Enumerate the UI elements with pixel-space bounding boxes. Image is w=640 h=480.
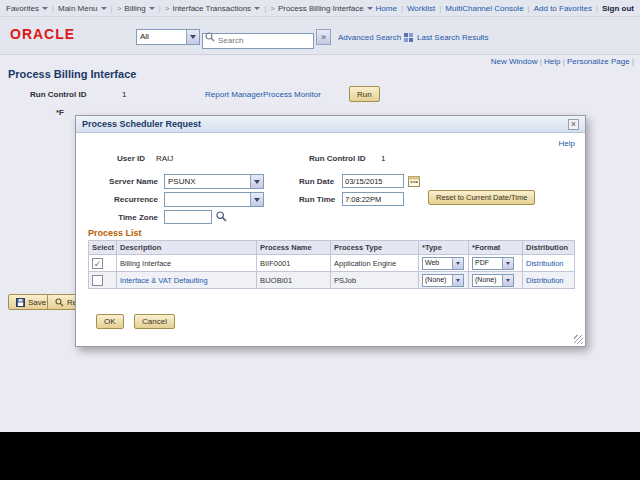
breadcrumb-item-favorites[interactable]: Favorites: [6, 4, 48, 13]
lookup-magnifier-icon[interactable]: [216, 211, 227, 222]
reset-date-time-button[interactable]: Reset to Current Date/Time: [428, 190, 535, 205]
breadcrumb-item-interface-transactions[interactable]: Interface Transactions: [172, 4, 260, 13]
dropdown-arrow-icon[interactable]: [502, 258, 513, 269]
save-button-label: Save: [28, 298, 46, 307]
recurrence-label: Recurrence: [76, 195, 158, 204]
run-time-input[interactable]: [342, 192, 404, 206]
row-process-type: Application Engine: [331, 255, 419, 272]
caret-down-icon: [254, 7, 260, 13]
dialog-run-control-id-value: 1: [381, 154, 385, 163]
breadcrumb-item-process-billing-interface[interactable]: Process Billing Interface: [278, 4, 373, 13]
close-icon[interactable]: ×: [568, 119, 579, 130]
row-distribution-link[interactable]: Distribution: [526, 276, 564, 285]
table-row: Interface & VAT Defaulting BIJOBI01 PSJo…: [89, 272, 575, 289]
server-name-select[interactable]: PSUNX: [164, 174, 264, 189]
time-zone-input[interactable]: [164, 210, 212, 224]
process-list-title: Process List: [88, 228, 142, 238]
breadcrumb-bar: Favorites | Main Menu | > Billing | > In…: [0, 0, 640, 17]
row-distribution-link[interactable]: Distribution: [526, 259, 564, 268]
dropdown-arrow-icon[interactable]: [186, 30, 199, 44]
breadcrumb-separator: |: [52, 4, 54, 13]
dropdown-arrow-icon[interactable]: [452, 275, 463, 286]
cancel-button[interactable]: Cancel: [134, 314, 175, 329]
screen-letterbox: [0, 432, 640, 480]
col-distribution: Distribution: [523, 241, 575, 255]
search-input[interactable]: [202, 33, 314, 49]
row-select-checkbox[interactable]: ✓: [92, 258, 103, 269]
top-nav: Home | Worklist | MultiChannel Console |…: [376, 4, 634, 13]
breadcrumb-item-main-menu[interactable]: Main Menu: [58, 4, 107, 13]
search-go-button[interactable]: »: [316, 29, 331, 45]
row-type-value: Web: [423, 258, 452, 269]
obscured-field-label: *F: [56, 108, 64, 117]
resize-handle-icon[interactable]: [574, 335, 583, 344]
page-title: Process Billing Interface: [8, 68, 136, 80]
user-id-value: RAIJ: [156, 154, 173, 163]
dialog-title: Process Scheduler Request: [82, 119, 201, 129]
run-control-id-value: 1: [122, 90, 126, 99]
new-window-link[interactable]: New Window: [491, 57, 542, 66]
run-button[interactable]: Run: [349, 86, 380, 102]
breadcrumb-item-billing[interactable]: Billing: [124, 4, 154, 13]
row-format-select[interactable]: (None): [472, 274, 514, 287]
advanced-search-link[interactable]: Advanced Search: [338, 33, 401, 42]
col-process-type: Process Type: [331, 241, 419, 255]
search-field-wrap: [202, 29, 314, 45]
col-select: Select: [89, 241, 117, 255]
breadcrumb-label: Main Menu: [58, 4, 98, 13]
dialog-titlebar: Process Scheduler Request ×: [76, 116, 585, 133]
col-format: *Format: [469, 241, 523, 255]
row-type-select[interactable]: (None): [422, 274, 464, 287]
row-select-checkbox[interactable]: [92, 275, 103, 286]
dropdown-arrow-icon[interactable]: [250, 175, 263, 188]
dropdown-arrow-icon[interactable]: [250, 193, 263, 206]
col-process-name: Process Name: [257, 241, 331, 255]
last-search-results-link[interactable]: Last Search Results: [417, 33, 489, 42]
caret-down-icon: [42, 7, 48, 13]
recurrence-select[interactable]: [164, 192, 264, 207]
breadcrumb-label: Favorites: [6, 4, 39, 13]
dropdown-arrow-icon[interactable]: [452, 258, 463, 269]
row-format-select[interactable]: PDF: [472, 257, 514, 270]
nav-add-to-favorites[interactable]: Add to Favorites: [534, 4, 592, 13]
caret-down-icon: [101, 7, 107, 13]
chevron-right-icon: >: [117, 4, 122, 13]
dialog-help-link[interactable]: Help: [559, 139, 575, 148]
nav-worklist[interactable]: Worklist: [407, 4, 435, 13]
nav-separator: |: [439, 4, 441, 13]
nav-separator: |: [528, 4, 530, 13]
row-process-name: BIIF0001: [257, 255, 331, 272]
last-search-results-icon: [404, 33, 414, 43]
row-process-type: PSJob: [331, 272, 419, 289]
table-row: ✓ Billing Interface BIIF0001 Application…: [89, 255, 575, 272]
process-monitor-link[interactable]: Process Monitor: [263, 90, 321, 99]
breadcrumb-label: Billing: [124, 4, 145, 13]
nav-separator: |: [401, 4, 403, 13]
caret-down-icon: [149, 7, 155, 13]
calendar-icon[interactable]: [408, 175, 420, 187]
breadcrumb-label: Interface Transactions: [172, 4, 251, 13]
col-description: Description: [117, 241, 257, 255]
nav-multichannel-console[interactable]: MultiChannel Console: [445, 4, 523, 13]
row-format-value: (None): [473, 275, 502, 286]
ok-button[interactable]: OK: [96, 314, 124, 329]
breadcrumb-separator: |: [159, 4, 161, 13]
user-id-label: User ID: [117, 154, 145, 163]
dropdown-arrow-icon[interactable]: [502, 275, 513, 286]
search-scope-select[interactable]: All: [136, 29, 200, 45]
report-manager-link[interactable]: Report Manager: [205, 90, 263, 99]
time-zone-label: Time Zone: [76, 213, 158, 222]
return-icon: [55, 298, 64, 307]
personalize-page-link[interactable]: Personalize Page: [567, 57, 634, 66]
chevron-right-icon: >: [270, 4, 275, 13]
nav-sign-out[interactable]: Sign out: [602, 4, 634, 13]
col-type: *Type: [419, 241, 469, 255]
run-time-label: Run Time: [299, 195, 335, 204]
run-date-input[interactable]: [342, 174, 404, 188]
row-type-select[interactable]: Web: [422, 257, 464, 270]
application-window: Favorites | Main Menu | > Billing | > In…: [0, 0, 640, 480]
row-description-link[interactable]: Interface & VAT Defaulting: [120, 276, 208, 285]
help-link[interactable]: Help: [544, 57, 565, 66]
process-list-table: Select Description Process Name Process …: [88, 240, 575, 289]
nav-home[interactable]: Home: [376, 4, 397, 13]
